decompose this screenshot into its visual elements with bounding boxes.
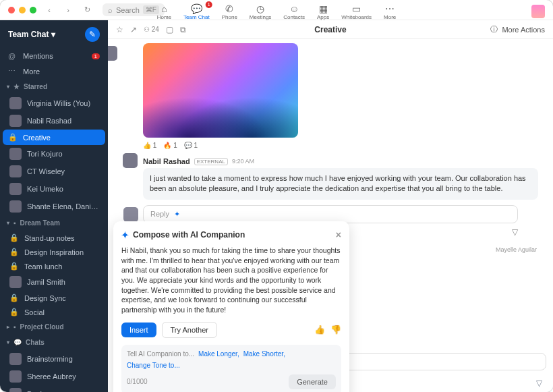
user-avatar[interactable] (531, 5, 545, 18)
nav-phone[interactable]: ✆Phone (222, 3, 237, 20)
sidebar-title[interactable]: Team Chat ▾ (8, 30, 55, 39)
filter-button[interactable]: ▽ (536, 379, 542, 388)
chat-item-sheree[interactable]: Sheree Aubrey (0, 368, 108, 385)
avatar (9, 115, 22, 127)
nav-meetings[interactable]: ◷Meetings (250, 3, 271, 20)
message-header: Nabil Rashad EXTERNAL 9:20 AM (143, 157, 538, 165)
home-icon: ⌂ (161, 3, 167, 14)
message-avatar (108, 46, 117, 61)
nav-apps[interactable]: ▦Apps (317, 3, 329, 20)
avatar (9, 388, 22, 392)
insert-button[interactable]: Insert (121, 323, 156, 337)
sparkle-icon[interactable]: ✦ (174, 210, 180, 218)
starred-item-nabil[interactable]: Nabil Rashad (0, 112, 108, 130)
ai-companion-panel: ✦ Compose with AI Companion × Hi Nabil, … (113, 221, 349, 392)
close-window-button[interactable] (8, 7, 15, 13)
nav-home[interactable]: ⌂Home (157, 3, 171, 20)
star-button[interactable]: ☆ (116, 25, 123, 34)
dream-item-standup[interactable]: 🔒Stand-up notes (0, 231, 108, 245)
avatar (9, 276, 22, 288)
dream-item-design-inspiration[interactable]: 🔒Design Inspiration (0, 245, 108, 259)
starred-item-ct[interactable]: CT Wiseley (0, 163, 108, 180)
ai-actions: Insert Try Another 👍 👎 (121, 322, 341, 338)
external-badge: EXTERNAL (194, 158, 228, 165)
chevron-right-icon: ▸ (7, 324, 9, 330)
nav-more[interactable]: ⋯More (384, 3, 396, 20)
lock-icon: 🔒 (9, 308, 19, 316)
clock-icon: ◷ (256, 3, 264, 14)
ai-generated-text: Hi Nabil, thank you so much for taking t… (121, 246, 341, 315)
sidebar-mentions[interactable]: @Mentions1 (0, 49, 108, 63)
more-actions-button[interactable]: More Actions (502, 26, 545, 34)
at-icon: @ (8, 52, 18, 60)
compose-button[interactable]: ✎ (85, 27, 100, 42)
chat-header-right: ⓘ More Actions (490, 24, 545, 34)
minimize-window-button[interactable] (19, 7, 26, 13)
nav-whiteboards[interactable]: ▭Whiteboards (341, 3, 372, 20)
invitee-chip: Mayelle Aguilar (496, 246, 537, 253)
dream-item-jamil[interactable]: Jamil Smith (0, 273, 108, 291)
close-button[interactable]: × (336, 229, 341, 240)
message-avatar (123, 153, 138, 168)
back-button[interactable]: ‹ (43, 4, 55, 16)
reaction-3[interactable]: 💬 1 (184, 142, 198, 149)
sidebar-header: Team Chat ▾ ✎ (0, 20, 108, 49)
maximize-window-button[interactable] (30, 7, 36, 13)
sidebar-more[interactable]: ⋯More (0, 63, 108, 79)
section-starred[interactable]: ▾★Starred (0, 79, 108, 94)
filter-button[interactable]: ▽ (512, 227, 518, 237)
message-time: 9:20 AM (232, 158, 254, 165)
search-input[interactable]: ⌕ Search ⌘F (103, 3, 165, 16)
reaction-1[interactable]: 👍 1 (143, 142, 156, 149)
chat-item-brainstorming[interactable]: Brainstorming (0, 350, 108, 368)
starred-item-creative[interactable]: 🔒Creative (3, 130, 105, 145)
char-counter: 0/1000 (127, 378, 148, 385)
lock-icon: 🔒 (9, 262, 19, 271)
nav-team-chat[interactable]: 💬1Team Chat (183, 3, 210, 20)
dream-item-design-sync[interactable]: 🔒Design Sync (0, 291, 108, 305)
image-attachment[interactable] (143, 43, 298, 138)
lock-icon: 🔒 (9, 248, 19, 256)
video-button[interactable]: ▢ (166, 25, 173, 34)
search-icon: ⌕ (108, 6, 113, 14)
chat-item-design-syncs[interactable]: Design syncs (0, 385, 108, 392)
thumbs-down-button[interactable]: 👎 (330, 325, 341, 335)
section-project-cloud[interactable]: ▸▪Project Cloud (0, 319, 108, 335)
section-chats[interactable]: ▾💬Chats (0, 335, 108, 350)
make-shorter-button[interactable]: Make Shorter, (243, 350, 285, 358)
nav-contacts[interactable]: ☺Contacts (283, 3, 305, 20)
starred-item-virginia[interactable]: Virginia Willis (You) (0, 94, 108, 112)
avatar (9, 165, 22, 177)
ai-prompt-options: Tell AI Companion to... Make Longer, Mak… (127, 350, 336, 369)
generate-button[interactable]: Generate (289, 374, 336, 389)
thumbs-up-button[interactable]: 👍 (314, 325, 325, 335)
sidebar: Team Chat ▾ ✎ @Mentions1 ⋯More ▾★Starred… (0, 20, 108, 392)
new-window-button[interactable]: ⧉ (180, 25, 186, 34)
dream-item-social[interactable]: 🔒Social (0, 305, 108, 319)
forward-button[interactable]: › (62, 4, 74, 16)
reply-avatar (123, 207, 138, 222)
lock-icon: 🔒 (8, 133, 18, 142)
starred-item-kei[interactable]: Kei Umeko (0, 180, 108, 198)
apps-icon: ▦ (319, 3, 328, 14)
section-dream-team[interactable]: ▾▪Dream Team (0, 215, 108, 231)
ai-panel-title: Compose with AI Companion (133, 230, 245, 240)
starred-item-tori[interactable]: Tori Kojuro (0, 145, 108, 163)
reaction-2[interactable]: 🔥 1 (163, 142, 177, 149)
top-nav: ⌂Home 💬1Team Chat ✆Phone ◷Meetings ☺Cont… (157, 3, 397, 20)
starred-item-group[interactable]: Shante Elena, Daniel Bow... (0, 198, 108, 215)
try-another-button[interactable]: Try Another (162, 322, 217, 338)
change-tone-button[interactable]: Change Tone to... (127, 362, 180, 369)
star-icon: ★ (13, 83, 20, 90)
dream-item-team-lunch[interactable]: 🔒Team lunch (0, 259, 108, 273)
chevron-down-icon: ▾ (7, 220, 9, 226)
link-button[interactable]: ↗ (130, 25, 137, 34)
more-icon: ⋯ (385, 3, 395, 14)
ai-prompt-box: Tell AI Companion to... Make Longer, Mak… (121, 345, 341, 392)
ai-panel-header: ✦ Compose with AI Companion × (121, 229, 341, 240)
history-button[interactable]: ↻ (81, 4, 93, 16)
make-longer-button[interactable]: Make Longer, (198, 350, 239, 358)
members-button[interactable]: ⚇ 24 (144, 26, 159, 33)
reply-input[interactable]: Reply ✦ (143, 205, 518, 223)
info-icon[interactable]: ⓘ (490, 24, 498, 34)
